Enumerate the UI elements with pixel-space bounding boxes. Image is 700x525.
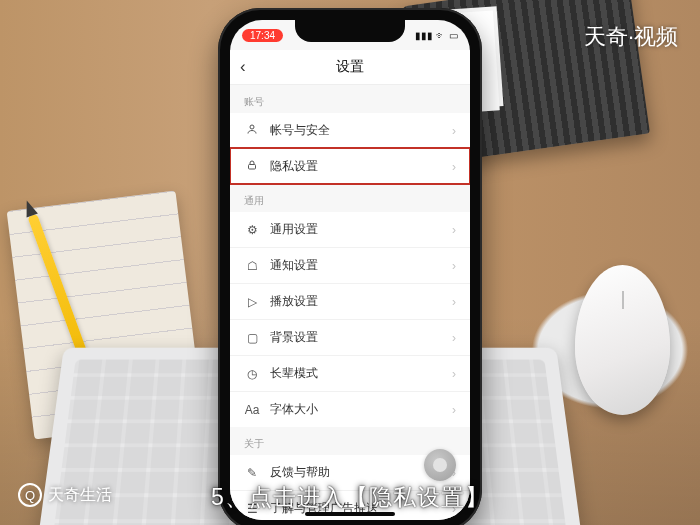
chevron-right-icon: › xyxy=(452,367,456,381)
bell-icon: ☖ xyxy=(244,259,260,273)
row-label: 字体大小 xyxy=(270,401,318,418)
phone-frame: 17:34 ▮▮▮ ᯤ ▭ ‹ 设置 账号 帐号与安全 › xyxy=(218,8,482,525)
row-privacy-settings[interactable]: 隐私设置 › xyxy=(230,148,470,184)
battery-icon: ▭ xyxy=(449,30,458,41)
clock-icon: ◷ xyxy=(244,367,260,381)
font-icon: Aa xyxy=(244,403,260,417)
chevron-right-icon: › xyxy=(452,403,456,417)
chevron-right-icon: › xyxy=(452,295,456,309)
chat-icon: ✎ xyxy=(244,466,260,480)
page-title: 设置 xyxy=(336,58,364,76)
back-button[interactable]: ‹ xyxy=(240,57,246,77)
row-label: 播放设置 xyxy=(270,293,318,310)
row-label: 长辈模式 xyxy=(270,365,318,382)
wifi-icon: ᯤ xyxy=(436,30,446,41)
row-playback-settings[interactable]: ▷ 播放设置 › xyxy=(230,283,470,319)
svg-rect-1 xyxy=(249,165,256,170)
play-icon: ▷ xyxy=(244,295,260,309)
phone-notch xyxy=(295,20,405,42)
row-notification-settings[interactable]: ☖ 通知设置 › xyxy=(230,247,470,283)
chevron-right-icon: › xyxy=(452,223,456,237)
nav-bar: ‹ 设置 xyxy=(230,50,470,85)
svg-point-0 xyxy=(250,125,254,129)
logo-icon: Q xyxy=(18,483,42,507)
row-account-security[interactable]: 帐号与安全 › xyxy=(230,113,470,148)
tutorial-caption: 5、点击进入【隐私设置】 xyxy=(211,482,489,513)
watermark-text: 天奇生活 xyxy=(48,485,112,506)
row-label: 反馈与帮助 xyxy=(270,464,330,481)
row-general-settings[interactable]: ⚙ 通用设置 › xyxy=(230,212,470,247)
watermark-top-right: 天奇·视频 xyxy=(584,22,678,52)
row-label: 隐私设置 xyxy=(270,158,318,175)
phone-screen: 17:34 ▮▮▮ ᯤ ▭ ‹ 设置 账号 帐号与安全 › xyxy=(230,20,470,520)
row-label: 通用设置 xyxy=(270,221,318,238)
chevron-right-icon: › xyxy=(452,160,456,174)
status-time: 17:34 xyxy=(242,29,283,42)
row-label: 背景设置 xyxy=(270,329,318,346)
group-header-general: 通用 xyxy=(230,184,470,212)
signal-icon: ▮▮▮ xyxy=(415,30,433,41)
group-header-account: 账号 xyxy=(230,85,470,113)
person-icon xyxy=(244,123,260,138)
image-icon: ▢ xyxy=(244,331,260,345)
gear-icon: ⚙ xyxy=(244,223,260,237)
row-background-settings[interactable]: ▢ 背景设置 › xyxy=(230,319,470,355)
chevron-right-icon: › xyxy=(452,331,456,345)
status-indicators: ▮▮▮ ᯤ ▭ xyxy=(415,30,458,41)
lock-icon xyxy=(244,159,260,174)
assistive-touch-button[interactable] xyxy=(424,449,456,481)
chevron-right-icon: › xyxy=(452,259,456,273)
row-label: 通知设置 xyxy=(270,257,318,274)
row-font-size[interactable]: Aa 字体大小 › xyxy=(230,391,470,427)
settings-content[interactable]: 账号 帐号与安全 › 隐私设置 › 通用 ⚙ 通用设置 › xyxy=(230,85,470,520)
row-elder-mode[interactable]: ◷ 长辈模式 › xyxy=(230,355,470,391)
row-label: 帐号与安全 xyxy=(270,122,330,139)
chevron-right-icon: › xyxy=(452,124,456,138)
watermark-bottom-left: Q 天奇生活 xyxy=(18,483,112,507)
